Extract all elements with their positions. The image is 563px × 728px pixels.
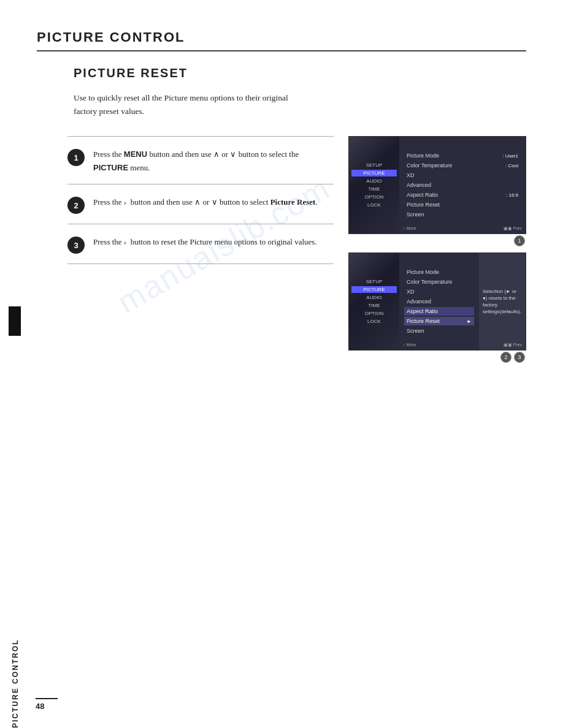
sidebar-label: PICTURE CONTROL — [11, 294, 20, 728]
menu-row-picture-mode-2: Picture Mode — [404, 268, 474, 276]
step-1-number: 1 — [67, 149, 85, 166]
badge-row-1: 1 — [348, 235, 526, 246]
menu-panel-1: Picture Mode : User1 Color Temperature :… — [399, 137, 526, 233]
screenshot-1-footer: ↕ More ▣▣ Prev — [399, 226, 526, 231]
footer-left-1: ↕ More — [403, 226, 416, 231]
tv-label-lock-1: LOCK — [351, 202, 397, 208]
menu-row-screen-2: Screen — [404, 327, 474, 335]
menu-info-text-2: Selection (► or ●) resets to the factory… — [483, 288, 522, 316]
screenshot-2-inner: SETUP PICTURE AUDIO TIME OPTION LOCK — [349, 253, 526, 350]
menu-row-aspect-2: Aspect Ratio — [404, 307, 474, 316]
screenshot-1-wrapper: SETUP PICTURE AUDIO TIME OPTION LOCK — [348, 136, 526, 246]
badge-2: 2 — [500, 352, 511, 363]
tv-image-2: SETUP PICTURE AUDIO TIME OPTION LOCK — [349, 253, 399, 350]
picture-key: PICTURE — [93, 163, 128, 172]
screenshots-col: SETUP PICTURE AUDIO TIME OPTION LOCK — [348, 136, 526, 363]
menu-row-reset-2: Picture Reset ► — [404, 317, 474, 325]
screenshot-2-wrapper: SETUP PICTURE AUDIO TIME OPTION LOCK — [348, 252, 526, 363]
main-content: 1 Press the MENU button and then use ∧ o… — [37, 136, 526, 363]
badge-1: 1 — [514, 235, 525, 246]
tv-label-option-2: OPTION — [351, 310, 397, 317]
tv-label-option-1: OPTION — [351, 194, 397, 200]
menu-split-2: Picture Mode Color Temperature XD Advanc… — [399, 253, 526, 350]
tv-menu-labels-2: SETUP PICTURE AUDIO TIME OPTION LOCK — [349, 278, 399, 325]
step-2: 2 Press the › button and then use ∧ or ∨… — [67, 184, 334, 224]
tv-label-setup-2: SETUP — [351, 278, 397, 285]
screenshot-2: SETUP PICTURE AUDIO TIME OPTION LOCK — [348, 252, 526, 351]
steps-col: 1 Press the MENU button and then use ∧ o… — [67, 136, 334, 363]
tv-label-lock-2: LOCK — [351, 318, 397, 325]
menu-row-xd-1: XD — [404, 171, 521, 180]
page-number: 48 — [36, 698, 58, 711]
menu-row-picture-mode-1: Picture Mode : User1 — [404, 151, 521, 160]
menu-key: MENU — [124, 150, 147, 159]
menu-row-color-temp-2: Color Temperature — [404, 278, 474, 286]
menu-main-2: Picture Mode Color Temperature XD Advanc… — [399, 253, 479, 350]
screenshot-1-inner: SETUP PICTURE AUDIO TIME OPTION LOCK — [349, 137, 526, 233]
menu-row-xd-2: XD — [404, 287, 474, 296]
menu-row-advanced-2: Advanced — [404, 297, 474, 306]
tv-image-1: SETUP PICTURE AUDIO TIME OPTION LOCK — [349, 137, 399, 233]
footer-left-2: ↕ More — [403, 343, 416, 347]
step-3-text: Press the › button to reset the Picture … — [93, 235, 317, 248]
tv-label-picture-2: PICTURE — [351, 286, 397, 293]
tv-label-time-1: TIME — [351, 186, 397, 192]
step-3-number: 3 — [67, 237, 85, 254]
page: PICTURE CONTROL manualslib.com PICTURE C… — [0, 0, 563, 728]
menu-row-screen-1: Screen — [404, 210, 521, 219]
footer-right-2: ▣▣ Prev — [504, 343, 522, 347]
step-3: 3 Press the › button to reset the Pictur… — [67, 224, 334, 264]
footer-right-1: ▣▣ Prev — [504, 226, 522, 231]
step-1-text: Press the MENU button and then use ∧ or … — [93, 148, 334, 174]
badge-3: 3 — [514, 352, 525, 363]
menu-info-panel-2: Selection (► or ●) resets to the factory… — [479, 253, 526, 350]
menu-row-aspect-1: Aspect Ratio : 16:9 — [404, 191, 521, 199]
tv-label-audio-2: AUDIO — [351, 294, 397, 301]
page-header: PICTURE CONTROL — [37, 29, 526, 51]
badge-row-2: 2 3 — [348, 352, 526, 363]
tv-label-time-2: TIME — [351, 302, 397, 309]
page-title: PICTURE CONTROL — [37, 29, 185, 45]
description: Use to quickly reset all the Picture men… — [37, 91, 294, 118]
tv-label-audio-1: AUDIO — [351, 178, 397, 184]
menu-row-advanced-1: Advanced — [404, 181, 521, 189]
screenshot-2-footer: ↕ More ▣▣ Prev — [399, 343, 526, 347]
screenshot-1: SETUP PICTURE AUDIO TIME OPTION LOCK — [348, 136, 526, 234]
menu-row-color-temp-1: Color Temperature : Cool — [404, 161, 521, 170]
step-1: 1 Press the MENU button and then use ∧ o… — [67, 136, 334, 184]
section-title: PICTURE RESET — [37, 66, 526, 80]
menu-row-reset-1: Picture Reset — [404, 200, 521, 209]
step-2-text: Press the › button and then use ∧ or ∨ b… — [93, 195, 318, 208]
tv-menu-labels-1: SETUP PICTURE AUDIO TIME OPTION LOCK — [349, 162, 399, 208]
tv-label-picture-1: PICTURE — [351, 170, 397, 176]
picture-reset-label: Picture Reset — [270, 197, 316, 207]
step-2-number: 2 — [67, 197, 85, 214]
tv-label-setup-1: SETUP — [351, 162, 397, 169]
